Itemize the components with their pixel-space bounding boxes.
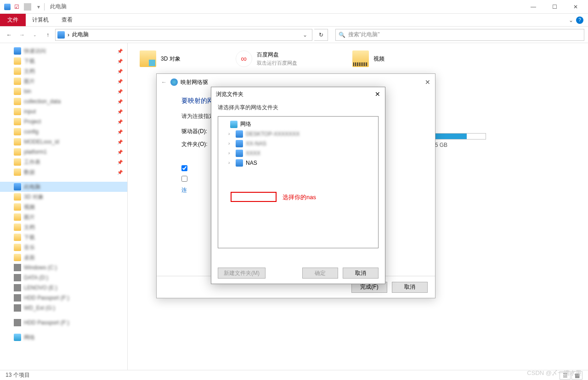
- sidebar-item[interactable]: DATA (D:): [0, 273, 127, 283]
- maximize-button[interactable]: ☐: [544, 0, 565, 14]
- minimize-button[interactable]: —: [523, 0, 544, 14]
- refresh-button[interactable]: ↻: [314, 29, 328, 41]
- ribbon-expand-icon[interactable]: ⌄: [569, 17, 573, 23]
- sidebar-item[interactable]: 工作表📌: [0, 157, 127, 167]
- sidebar[interactable]: 快速访问📌 下载📌 文档📌 图片📌 bin📌 collection_data📌 …: [0, 43, 128, 370]
- search-input[interactable]: 🔍 搜索"此电脑": [335, 29, 584, 41]
- back-button[interactable]: ←: [4, 29, 15, 40]
- search-icon: 🔍: [339, 32, 345, 38]
- folder-label: 视频: [373, 55, 384, 63]
- title-bar: ☑ ▾ 此电脑 — ☐ ✕: [0, 0, 588, 14]
- folder-baidupan[interactable]: ∞ 百度网盘双击运行百度网盘: [236, 50, 297, 67]
- sidebar-item-thispc[interactable]: 此电脑: [0, 182, 127, 192]
- ok-button: 确定: [302, 268, 338, 279]
- qat-checkbox-icon[interactable]: ☑: [13, 3, 20, 11]
- dialog-title: 浏览文件夹: [216, 90, 243, 98]
- sidebar-item[interactable]: 图片📌: [0, 76, 127, 86]
- sidebar-item[interactable]: collection_data📌: [0, 96, 127, 106]
- sidebar-item[interactable]: 视频: [0, 202, 127, 212]
- folder-videos[interactable]: 视频: [352, 50, 384, 67]
- folder-label: 百度网盘: [257, 51, 297, 59]
- status-bar: 13 个项目 ☰ ▦: [0, 370, 588, 380]
- sidebar-item[interactable]: Project📌: [0, 117, 127, 127]
- sidebar-item[interactable]: MODELxxx_id📌: [0, 137, 127, 147]
- wizard-title: 映射网络驱: [181, 78, 208, 86]
- sidebar-item[interactable]: 快速访问📌: [0, 46, 127, 56]
- sidebar-item[interactable]: 数据📌: [0, 167, 127, 177]
- annotation-text: 选择你的nas: [283, 193, 316, 201]
- sidebar-item[interactable]: HDD Passport (F:): [0, 318, 127, 328]
- back-icon[interactable]: ←: [161, 79, 167, 85]
- folder-tree[interactable]: 网络 ›DESKTOP-XXXXXXX ›XX-NAS ›XXXX ›NAS 选…: [218, 116, 379, 248]
- sidebar-item[interactable]: HDD Passport (F:): [0, 293, 127, 303]
- cancel-button[interactable]: 取消: [343, 268, 379, 279]
- dialog-subtitle: 请选择共享的网络文件夹: [211, 101, 385, 116]
- folder-3dobjects[interactable]: 3D 对象: [140, 50, 181, 67]
- sidebar-item[interactable]: LENOVO (E:): [0, 283, 127, 293]
- sidebar-item[interactable]: 下载: [0, 232, 127, 242]
- link-text[interactable]: 连: [181, 186, 187, 194]
- tree-node-nas[interactable]: ›NAS: [220, 158, 376, 168]
- sidebar-item[interactable]: WD_Ext (G:): [0, 303, 127, 313]
- watermark: CSDN @〆一滴水墨: [527, 369, 582, 377]
- drive-label: 驱动器(D):: [181, 128, 214, 135]
- sidebar-item[interactable]: 3D 对象: [0, 192, 127, 202]
- tab-computer[interactable]: 计算机: [26, 14, 55, 26]
- ribbon: 文件 计算机 查看 ⌄ ?: [0, 14, 588, 27]
- othercred-checkbox[interactable]: [181, 176, 187, 182]
- forward-button: →: [17, 29, 28, 40]
- nav-row: ← → ⌄ ↑ › 此电脑 ⌄ ↻ 🔍 搜索"此电脑": [0, 27, 588, 43]
- recent-dropdown[interactable]: ⌄: [29, 29, 40, 40]
- help-icon[interactable]: ?: [576, 17, 583, 24]
- annotation-box: [231, 192, 277, 202]
- computer-icon: [4, 3, 11, 11]
- tree-node[interactable]: ›DESKTOP-XXXXXXX: [220, 129, 376, 139]
- window-title: 此电脑: [50, 3, 67, 11]
- tree-root[interactable]: 网络: [220, 119, 376, 129]
- breadcrumb-location[interactable]: 此电脑: [72, 31, 89, 39]
- tab-file[interactable]: 文件: [0, 14, 26, 26]
- tab-view[interactable]: 查看: [55, 14, 79, 26]
- close-button[interactable]: ✕: [565, 0, 586, 14]
- close-icon[interactable]: ✕: [375, 90, 380, 98]
- address-bar[interactable]: › 此电脑 ⌄: [55, 29, 312, 41]
- globe-icon: [170, 78, 178, 86]
- sidebar-item[interactable]: 文档📌: [0, 66, 127, 76]
- tree-node[interactable]: ›XXXX: [220, 148, 376, 158]
- address-dropdown-icon[interactable]: ⌄: [300, 32, 310, 38]
- sidebar-item[interactable]: 图片: [0, 212, 127, 222]
- browse-folder-dialog: 浏览文件夹 ✕ 请选择共享的网络文件夹 网络 ›DESKTOP-XXXXXXX …: [211, 87, 385, 284]
- sidebar-item[interactable]: input📌: [0, 106, 127, 117]
- search-placeholder: 搜索"此电脑": [348, 31, 380, 39]
- sidebar-item[interactable]: 文档: [0, 222, 127, 232]
- separator: [44, 3, 45, 11]
- qat-dropdown-icon[interactable]: ▾: [35, 3, 42, 11]
- sidebar-item[interactable]: 下载📌: [0, 56, 127, 66]
- sidebar-item[interactable]: Windows (C:): [0, 263, 127, 273]
- location-icon: [57, 31, 65, 39]
- sidebar-item[interactable]: config📌: [0, 127, 127, 137]
- sidebar-item[interactable]: bin📌: [0, 86, 127, 96]
- folder-sublabel: 双击运行百度网盘: [257, 60, 297, 67]
- folder-label: 3D 对象: [161, 55, 181, 63]
- reconnect-checkbox[interactable]: [181, 165, 187, 171]
- cancel-button[interactable]: 取消: [392, 282, 428, 293]
- tree-node[interactable]: ›XX-NAS: [220, 139, 376, 148]
- up-button[interactable]: ↑: [42, 29, 53, 40]
- breadcrumb-sep: ›: [68, 32, 69, 38]
- folder-label: 文件夹(O):: [181, 140, 214, 148]
- sidebar-item[interactable]: platform1📌: [0, 147, 127, 157]
- new-folder-button: 新建文件夹(M): [218, 268, 266, 279]
- close-icon[interactable]: ✕: [425, 78, 430, 86]
- item-count: 13 个项目: [6, 371, 30, 379]
- sidebar-item[interactable]: 桌面: [0, 252, 127, 263]
- sidebar-item[interactable]: 网络: [0, 332, 127, 342]
- sidebar-item[interactable]: 音乐: [0, 242, 127, 252]
- separator: [24, 3, 31, 11]
